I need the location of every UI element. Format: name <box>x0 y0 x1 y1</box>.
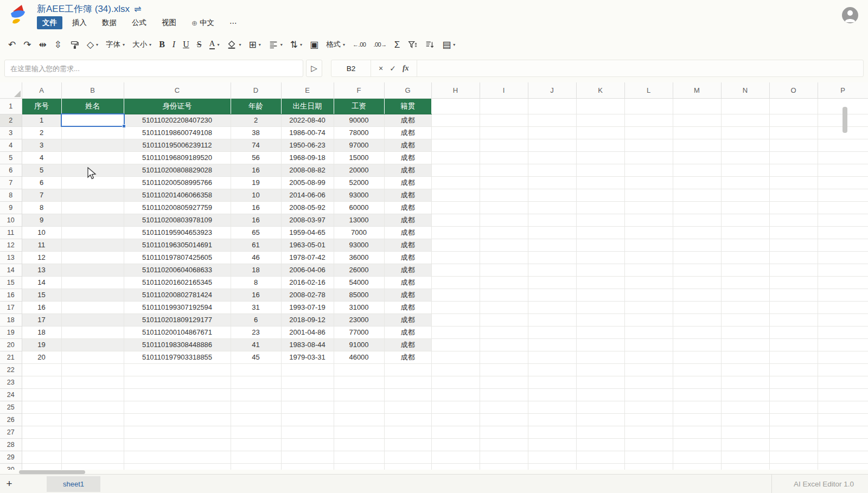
cell-E7[interactable]: 2005-08-99 <box>281 176 334 189</box>
cell-P9[interactable] <box>818 201 868 214</box>
cell-O8[interactable] <box>769 189 818 201</box>
cell-D24[interactable] <box>231 388 281 401</box>
cell-N28[interactable] <box>721 438 769 451</box>
column-width-icon[interactable]: ⇹ <box>35 38 50 52</box>
cell-K19[interactable] <box>576 326 624 338</box>
cell-H16[interactable] <box>431 289 480 301</box>
cell-N26[interactable] <box>721 413 769 426</box>
cell-F7[interactable]: 52000 <box>334 176 384 189</box>
cell-F15[interactable]: 54000 <box>334 276 384 289</box>
cell-D26[interactable] <box>231 413 281 426</box>
cell-G26[interactable] <box>384 413 431 426</box>
cell-G20[interactable]: 成都 <box>384 338 431 351</box>
cell-J14[interactable] <box>528 264 576 276</box>
cell-G15[interactable]: 成都 <box>384 276 431 289</box>
cell-D4[interactable]: 74 <box>231 139 281 151</box>
column-header-N[interactable]: N <box>721 82 769 98</box>
cell-O20[interactable] <box>769 338 818 351</box>
cell-O4[interactable] <box>769 139 818 151</box>
cell-M12[interactable] <box>673 239 721 251</box>
cell-C9[interactable]: 510110200805927759 <box>124 201 231 214</box>
cell-I22[interactable] <box>480 363 528 376</box>
row-header-11[interactable]: 11 <box>0 226 22 239</box>
cell-B18[interactable] <box>61 313 124 326</box>
cell-M7[interactable] <box>673 176 721 189</box>
row-header-10[interactable]: 10 <box>0 214 22 226</box>
cell-H9[interactable] <box>431 201 480 214</box>
cell-C24[interactable] <box>124 388 231 401</box>
column-header-D[interactable]: D <box>231 82 281 98</box>
cell-L9[interactable] <box>624 201 673 214</box>
cell-C30[interactable] <box>124 463 231 470</box>
cell-I4[interactable] <box>480 139 528 151</box>
cell-F30[interactable] <box>334 463 384 470</box>
cell-D5[interactable]: 56 <box>231 151 281 164</box>
cell-B10[interactable] <box>61 214 124 226</box>
cell-I21[interactable] <box>480 351 528 363</box>
cell-O7[interactable] <box>769 176 818 189</box>
cell-E24[interactable] <box>281 388 334 401</box>
cell-A5[interactable]: 4 <box>22 151 61 164</box>
cell-K10[interactable] <box>576 214 624 226</box>
borders-icon[interactable]: ⊞▾ <box>245 38 264 52</box>
cell-L2[interactable] <box>624 114 673 126</box>
cell-O25[interactable] <box>769 401 818 413</box>
cell-A24[interactable] <box>22 388 61 401</box>
cell-A7[interactable]: 6 <box>22 176 61 189</box>
cell-B25[interactable] <box>61 401 124 413</box>
cell-G14[interactable]: 成都 <box>384 264 431 276</box>
cell-O30[interactable] <box>769 463 818 470</box>
cell-O29[interactable] <box>769 451 818 463</box>
row-height-icon[interactable]: ⇳ <box>50 38 66 52</box>
row-header-26[interactable]: 26 <box>0 413 22 426</box>
cell-A28[interactable] <box>22 438 61 451</box>
cell-D25[interactable] <box>231 401 281 413</box>
cell-B30[interactable] <box>61 463 124 470</box>
cell-P16[interactable] <box>818 289 868 301</box>
cell-N25[interactable] <box>721 401 769 413</box>
cell-E26[interactable] <box>281 413 334 426</box>
cell-J3[interactable] <box>528 126 576 139</box>
row-header-19[interactable]: 19 <box>0 326 22 338</box>
row-header-21[interactable]: 21 <box>0 351 22 363</box>
cell-G4[interactable]: 成都 <box>384 139 431 151</box>
cell-K29[interactable] <box>576 451 624 463</box>
cell-D8[interactable]: 10 <box>231 189 281 201</box>
cell-O24[interactable] <box>769 388 818 401</box>
cell-P11[interactable] <box>818 226 868 239</box>
cell-J16[interactable] <box>528 289 576 301</box>
cell-L22[interactable] <box>624 363 673 376</box>
cell-G12[interactable]: 成都 <box>384 239 431 251</box>
cell-G1[interactable]: 籍贯 <box>384 98 431 114</box>
cell-K28[interactable] <box>576 438 624 451</box>
cell-L12[interactable] <box>624 239 673 251</box>
cell-C21[interactable]: 510110197903318855 <box>124 351 231 363</box>
cell-H30[interactable] <box>431 463 480 470</box>
cell-I28[interactable] <box>480 438 528 451</box>
cell-E25[interactable] <box>281 401 334 413</box>
cell-I10[interactable] <box>480 214 528 226</box>
cell-P28[interactable] <box>818 438 868 451</box>
cell-G27[interactable] <box>384 426 431 438</box>
cell-M18[interactable] <box>673 313 721 326</box>
cell-A8[interactable]: 7 <box>22 189 61 201</box>
cell-E6[interactable]: 2008-08-82 <box>281 164 334 176</box>
cell-I2[interactable] <box>480 114 528 126</box>
row-header-4[interactable]: 4 <box>0 139 22 151</box>
cell-L6[interactable] <box>624 164 673 176</box>
cell-E2[interactable]: 2022-08-40 <box>281 114 334 126</box>
cell-E22[interactable] <box>281 363 334 376</box>
select-all-corner[interactable] <box>0 82 22 98</box>
cell-H5[interactable] <box>431 151 480 164</box>
cell-C2[interactable]: 510110202208407230 <box>124 114 231 126</box>
cell-B6[interactable] <box>61 164 124 176</box>
cell-B3[interactable] <box>61 126 124 139</box>
cell-I18[interactable] <box>480 313 528 326</box>
cell-B8[interactable] <box>61 189 124 201</box>
cell-P26[interactable] <box>818 413 868 426</box>
italic-icon[interactable]: I <box>169 37 179 52</box>
cell-P8[interactable] <box>818 189 868 201</box>
cell-G17[interactable]: 成都 <box>384 301 431 313</box>
column-header-F[interactable]: F <box>334 82 384 98</box>
cell-E9[interactable]: 2008-05-92 <box>281 201 334 214</box>
